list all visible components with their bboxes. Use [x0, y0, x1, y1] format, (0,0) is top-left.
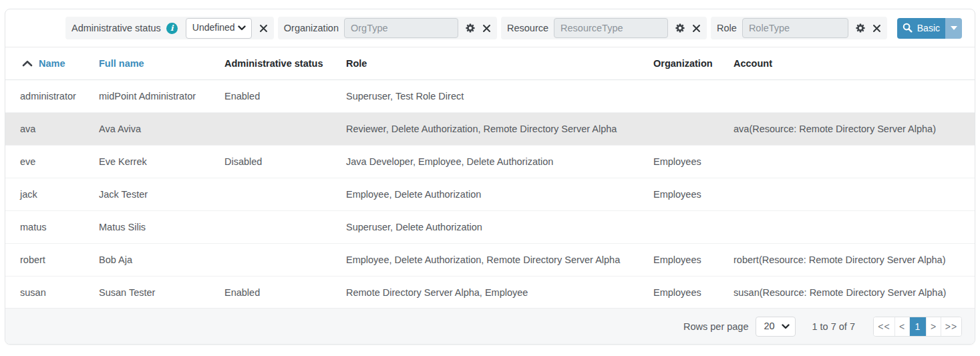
cell-account: susan(Resource: Remote Directory Server … [733, 276, 975, 309]
remove-filter-organization-button[interactable] [482, 24, 491, 33]
cell-account [733, 79, 975, 112]
cell-full-name: Susan Tester [99, 276, 224, 309]
column-header-full-name-link[interactable]: Full name [99, 58, 144, 69]
search-icon [903, 23, 913, 33]
pagination-previous-button[interactable]: < [894, 317, 909, 336]
pagination-page-1-button[interactable]: 1 [909, 317, 926, 336]
cell-role: Superuser, Delete Authorization [346, 210, 653, 243]
cell-role: Remote Directory Server Alpha, Employee [346, 276, 653, 309]
pagination-count-label: 1 to 7 of 7 [812, 321, 856, 332]
column-header-account: Account [733, 47, 975, 79]
remove-filter-administrative-status-button[interactable] [259, 24, 268, 33]
administrative-status-select[interactable]: Undefined [186, 18, 252, 39]
resource-input[interactable] [554, 18, 668, 38]
filter-role-label: Role [717, 23, 737, 33]
search-mode-split-button: Basic [897, 18, 962, 39]
column-header-name: Name [5, 47, 99, 79]
cell-full-name: Bob Aja [99, 243, 224, 276]
column-header-full-name: Full name [99, 47, 224, 79]
filter-administrative-status-label: Administrative status [71, 23, 161, 33]
rows-per-page-label: Rows per page [683, 321, 749, 332]
pagination-next-button[interactable]: > [926, 317, 941, 336]
cell-name: ava [5, 112, 99, 145]
cell-name: susan [5, 276, 99, 309]
cell-account [733, 145, 975, 178]
search-basic-button[interactable]: Basic [897, 18, 945, 39]
table-row[interactable]: administratormidPoint AdministratorEnabl… [5, 79, 975, 112]
column-header-organization: Organization [653, 47, 733, 79]
cell-admin-status [224, 210, 346, 243]
pagination-first-button[interactable]: << [874, 317, 894, 336]
column-header-role: Role [346, 47, 653, 79]
search-bar: Administrative status i Undefined Organi… [5, 9, 975, 47]
column-header-name-link[interactable]: Name [39, 58, 65, 69]
cell-organization: Employees [653, 276, 733, 309]
search-filter-chips: Administrative status i Undefined Organi… [65, 17, 891, 39]
cell-organization: Employees [653, 145, 733, 178]
cell-organization [653, 79, 733, 112]
filter-administrative-status: Administrative status i Undefined [65, 17, 274, 39]
table-row[interactable]: susanSusan TesterEnabledRemote Directory… [5, 276, 975, 309]
filter-role-settings-button[interactable] [856, 23, 865, 33]
cell-full-name: midPoint Administrator [99, 79, 224, 112]
cell-admin-status: Disabled [224, 145, 346, 178]
cell-account: ava(Resource: Remote Directory Server Al… [733, 112, 975, 145]
cell-full-name: Jack Tester [99, 178, 224, 210]
cell-role: Employee, Delete Authorization, Remote D… [346, 243, 653, 276]
gear-icon [675, 23, 685, 33]
pagination: << < 1 > >> [873, 317, 962, 337]
cell-name: robert [5, 243, 99, 276]
remove-filter-role-button[interactable] [872, 24, 881, 33]
cell-organization: Employees [653, 178, 733, 210]
close-icon [259, 24, 268, 33]
close-icon [872, 24, 881, 33]
table-row[interactable]: robertBob AjaEmployee, Delete Authorizat… [5, 243, 975, 276]
cell-organization [653, 112, 733, 145]
filter-resource: Resource [501, 17, 707, 39]
table-row[interactable]: jackJack TesterEmployee, Delete Authoriz… [5, 178, 975, 210]
filter-role: Role [711, 17, 887, 39]
gear-icon [856, 23, 865, 33]
close-icon [482, 24, 491, 33]
info-icon[interactable]: i [166, 23, 178, 34]
cell-admin-status: Enabled [224, 276, 346, 309]
filter-organization-settings-button[interactable] [466, 23, 475, 33]
table-row[interactable]: eveEve KerrekDisabledJava Developer, Emp… [5, 145, 975, 178]
pagination-last-button[interactable]: >> [941, 317, 961, 336]
table-row[interactable]: avaAva AvivaReviewer, Delete Authorizati… [5, 112, 975, 145]
user-list-panel: Administrative status i Undefined Organi… [5, 9, 975, 345]
cell-role: Java Developer, Employee, Delete Authori… [346, 145, 653, 178]
role-input[interactable] [742, 18, 848, 38]
filter-organization-label: Organization [284, 23, 339, 33]
caret-down-icon [951, 26, 957, 30]
cell-name: matus [5, 210, 99, 243]
cell-organization [653, 210, 733, 243]
cell-admin-status [224, 243, 346, 276]
remove-filter-resource-button[interactable] [692, 24, 701, 33]
gear-icon [466, 23, 475, 33]
cell-name: jack [5, 178, 99, 210]
table-row[interactable]: matusMatus SilisSuperuser, Delete Author… [5, 210, 975, 243]
sort-ascending-icon[interactable] [22, 60, 33, 67]
filter-organization: Organization [278, 17, 497, 39]
filter-resource-label: Resource [507, 23, 548, 33]
close-icon [692, 24, 701, 33]
cell-name: eve [5, 145, 99, 178]
search-mode-dropdown-button[interactable] [945, 18, 962, 39]
table-footer: Rows per page 20 1 to 7 of 7 << < 1 > >> [5, 308, 975, 344]
filter-resource-settings-button[interactable] [675, 23, 685, 33]
rows-per-page-select[interactable]: 20 [756, 317, 796, 337]
cell-admin-status: Enabled [224, 79, 346, 112]
cell-role: Superuser, Test Role Direct [346, 79, 653, 112]
cell-admin-status [224, 178, 346, 210]
cell-full-name: Ava Aviva [99, 112, 224, 145]
cell-name: administrator [5, 79, 99, 112]
cell-account [733, 178, 975, 210]
cell-full-name: Eve Kerrek [99, 145, 224, 178]
cell-role: Employee, Delete Authorization [346, 178, 653, 210]
organization-input[interactable] [344, 18, 458, 38]
table-header-row: Name Full name Administrative status Rol… [5, 47, 975, 79]
cell-account [733, 210, 975, 243]
column-header-administrative-status: Administrative status [224, 47, 346, 79]
cell-account: robert(Resource: Remote Directory Server… [733, 243, 975, 276]
